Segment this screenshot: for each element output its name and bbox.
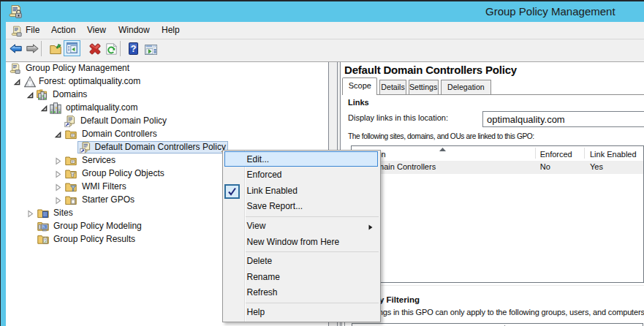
svg-text:?: ? xyxy=(130,44,136,54)
